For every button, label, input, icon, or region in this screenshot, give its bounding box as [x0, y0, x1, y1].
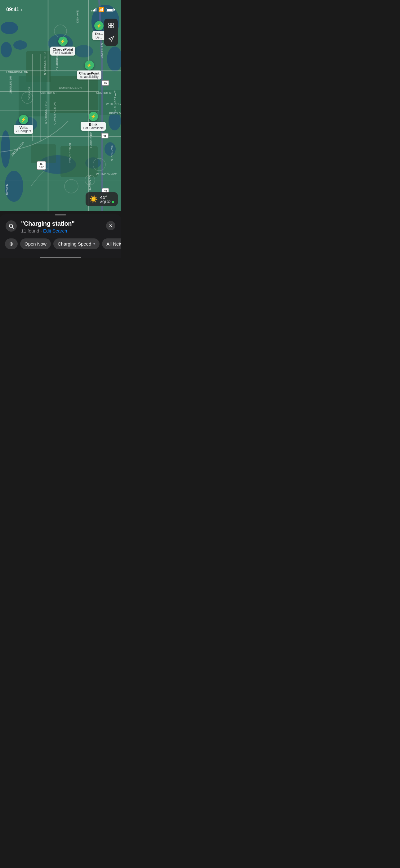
result-count: 11 found — [21, 228, 39, 234]
station-label-tesla: Tes... De... — [92, 31, 105, 40]
filter-pill-all-networks[interactable]: All Networks ▾ — [102, 239, 121, 249]
sheet-subtitle: 11 found · Edit Search — [21, 228, 74, 234]
filter-pill-open-now[interactable]: Open Now — [20, 239, 51, 249]
svg-point-2 — [1, 42, 12, 57]
svg-point-7 — [104, 142, 116, 156]
svg-rect-18 — [31, 144, 56, 163]
sheet-text: "Charging station" 11 found · Edit Searc… — [21, 220, 74, 234]
close-button[interactable]: ✕ — [106, 221, 115, 230]
ev-filter-icon: ⊚ — [9, 241, 13, 247]
il-shield-137: IL137 — [37, 161, 46, 170]
svg-rect-38 — [111, 23, 113, 26]
highway-shield-45-1: 45 — [102, 80, 109, 86]
sheet-left: "Charging station" 11 found · Edit Searc… — [6, 220, 74, 234]
signal-bar-1 — [92, 10, 92, 11]
station-label-blink: Blink 1 of 1 available — [80, 122, 106, 131]
signal-bars — [92, 8, 97, 11]
weather-icon: ☀️ — [89, 195, 98, 203]
bottom-sheet: "Charging station" 11 found · Edit Searc… — [0, 214, 121, 258]
station-chargepoint-2[interactable]: ⚡ ChargePoint no availability — [77, 61, 101, 80]
filter-row: ⊚ Open Now Charging Speed ▾ All Networks… — [0, 237, 121, 254]
open-now-label: Open Now — [25, 241, 46, 247]
station-pin-volta: ⚡ — [19, 115, 28, 124]
station-pin-chargepoint-2: ⚡ — [85, 61, 94, 70]
svg-marker-41 — [109, 37, 114, 41]
station-label-volta: Volta 2 Chargers — [14, 125, 33, 134]
aqi-dot — [112, 201, 114, 203]
wifi-icon: 📶 — [98, 7, 104, 12]
weather-widget[interactable]: ☀️ 41° AQI 32 — [86, 192, 118, 206]
edit-search-link[interactable]: Edit Search — [43, 228, 67, 234]
weather-info: 41° AQI 32 — [100, 195, 114, 204]
station-pin-blink: ⚡ — [89, 112, 98, 121]
filter-pill-charging-speed[interactable]: Charging Speed ▾ — [53, 239, 100, 249]
status-right-icons: 📶 — [92, 7, 115, 12]
svg-rect-15 — [49, 76, 98, 113]
charging-speed-chevron-icon: ▾ — [93, 242, 95, 246]
svg-rect-40 — [111, 26, 113, 28]
svg-point-1 — [1, 22, 18, 34]
svg-line-43 — [12, 227, 13, 228]
map-controls — [104, 19, 118, 46]
location-arrow-icon: ▸ — [21, 8, 23, 12]
status-time: 09:41 — [6, 6, 19, 13]
station-tesla[interactable]: ⚡ Tes... De... — [92, 21, 105, 40]
map[interactable]: 09:41 ▸ 📶 — [0, 0, 121, 211]
svg-point-8 — [1, 130, 10, 168]
signal-bar-3 — [94, 9, 95, 11]
signal-bar-2 — [93, 10, 94, 11]
station-pin-tesla: ⚡ — [94, 21, 104, 30]
my-location-button[interactable] — [104, 32, 118, 46]
svg-point-13 — [74, 45, 93, 57]
home-indicator — [40, 257, 81, 258]
station-volta[interactable]: ⚡ Volta 2 Chargers — [14, 115, 33, 134]
svg-rect-17 — [61, 146, 98, 177]
charging-speed-label: Charging Speed — [58, 241, 91, 247]
signal-bar-4 — [96, 8, 96, 11]
svg-point-3 — [13, 40, 27, 50]
station-label-chargepoint-1: ChargePoint 2 of 4 available — [50, 46, 75, 56]
status-bar: 09:41 ▸ 📶 — [0, 0, 121, 16]
station-chargepoint-1[interactable]: ⚡ ChargePoint 2 of 4 available — [50, 37, 75, 56]
weather-temp: 41° — [100, 195, 114, 200]
search-icon — [8, 223, 14, 229]
station-pin-chargepoint-1: ⚡ — [58, 37, 68, 46]
station-blink[interactable]: ⚡ Blink 1 of 1 available — [80, 112, 106, 131]
filter-pill-ev[interactable]: ⊚ — [5, 239, 18, 249]
all-networks-label: All Networks — [106, 241, 121, 247]
svg-rect-37 — [109, 23, 111, 26]
search-icon-circle — [6, 220, 17, 231]
sheet-title: "Charging station" — [21, 220, 74, 227]
svg-rect-39 — [109, 26, 111, 28]
sheet-header: "Charging station" 11 found · Edit Searc… — [0, 215, 121, 237]
map-layers-button[interactable] — [104, 19, 118, 32]
station-label-chargepoint-2: ChargePoint no availability — [77, 70, 101, 80]
svg-point-9 — [5, 171, 23, 202]
weather-aqi: AQI 32 — [100, 200, 114, 204]
highway-shield-45-2: 45 — [101, 133, 108, 138]
battery-icon — [106, 8, 115, 11]
